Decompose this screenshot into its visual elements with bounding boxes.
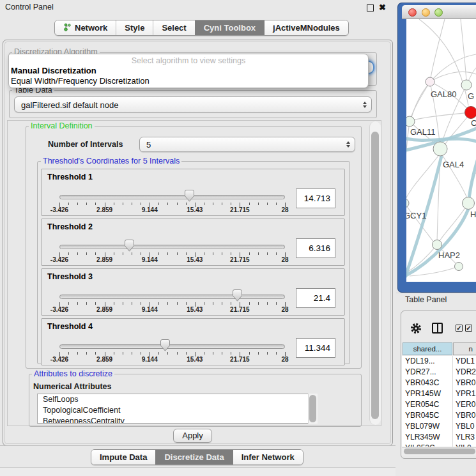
slider-track[interactable] [59, 295, 285, 299]
cell-shared-name[interactable]: YBL079W [405, 421, 440, 432]
float-window-icon[interactable] [367, 4, 374, 12]
threshold-value-field[interactable]: 14.713 [296, 188, 335, 208]
table-row[interactable]: YER054CYER0 [402, 399, 476, 410]
minor-tick [204, 352, 204, 355]
minor-tick [86, 352, 87, 355]
network-node[interactable] [463, 197, 475, 210]
slider-handle[interactable] [125, 240, 134, 252]
select-checkbox-icon[interactable]: ✓ [465, 325, 472, 332]
slider-track[interactable] [59, 245, 285, 249]
minimize-traffic-light-icon[interactable] [422, 8, 430, 17]
table-row[interactable]: YDL19...YDL1 [402, 356, 476, 367]
network-edge [406, 121, 410, 203]
num-intervals-combobox[interactable]: 5 [139, 137, 355, 152]
minor-tick [222, 252, 222, 255]
close-icon[interactable]: ✖ [379, 3, 386, 12]
apply-button[interactable]: Apply [173, 429, 212, 443]
tab-infer-network[interactable]: Infer Network [233, 450, 303, 464]
threshold-value-field[interactable]: 6.316 [296, 238, 335, 258]
cell-name[interactable]: YDR2 [456, 367, 476, 378]
tab-jactivemnodules[interactable]: jActiveMNodules [264, 20, 348, 35]
table-row[interactable]: YBR043CYBR0 [402, 378, 476, 388]
tab-network[interactable]: Network [55, 20, 116, 35]
split-columns-icon[interactable] [432, 323, 443, 334]
slider-handle[interactable] [185, 190, 194, 202]
main-scrollbar-thumb[interactable] [371, 132, 379, 419]
cell-shared-name[interactable]: YBR045C [405, 410, 439, 421]
network-node[interactable] [465, 107, 476, 119]
minor-tick [267, 203, 268, 205]
numerical-attributes-list[interactable]: SelfLoopsTopologicalCoefficientBetweenne… [37, 394, 318, 424]
threshold-value-field[interactable]: 21.4 [296, 288, 335, 308]
tab-cyni-toolbox[interactable]: Cyni Toolbox [195, 20, 264, 35]
table-row[interactable]: YLR345WYLR3 [402, 432, 476, 443]
slider-track[interactable] [59, 344, 285, 349]
network-node[interactable] [426, 77, 434, 86]
network-edge [431, 19, 445, 78]
network-canvas[interactable]: GAL80GGAL11CGAL4GCY1HHAP2 [406, 19, 476, 282]
minor-tick [77, 203, 78, 205]
threshold-value-field[interactable]: 11.344 [296, 338, 335, 358]
select-checkbox-icon[interactable]: ✓ [456, 325, 463, 332]
cell-shared-name[interactable]: YLR345W [405, 432, 440, 443]
table-row[interactable]: YPR145WYPR1 [402, 388, 476, 399]
algorithm-option-manual-discretization[interactable]: Manual Discretization [11, 66, 96, 75]
slider-track[interactable] [59, 195, 285, 199]
cell-name[interactable]: YDL1 [456, 356, 475, 367]
table-row[interactable]: YBL079WYBL0 [402, 421, 476, 432]
table-row[interactable]: YBR045CYBR0 [402, 410, 476, 421]
network-edge [413, 112, 471, 120]
cell-name[interactable]: YIL0 [456, 443, 472, 447]
combo-stepper-icon[interactable] [346, 141, 350, 148]
tick-label: -3.426 [43, 206, 75, 213]
table-row[interactable]: YDR27...YDR2 [402, 367, 476, 378]
network-node[interactable] [455, 263, 463, 271]
cell-shared-name[interactable]: YBR043C [405, 378, 439, 388]
settings-gear-icon[interactable] [410, 322, 422, 337]
column-header-shared-name[interactable]: shared... [403, 342, 452, 355]
tab-select[interactable]: Select [153, 20, 194, 35]
tab-discretize-data[interactable]: Discretize Data [155, 450, 232, 464]
slider-handle[interactable] [160, 339, 170, 351]
column-header-name[interactable]: n [453, 342, 476, 355]
minor-tick [68, 352, 69, 355]
attributes-scrollbar-thumb[interactable] [309, 395, 316, 422]
zoom-traffic-light-icon[interactable] [434, 8, 443, 17]
network-node[interactable] [433, 142, 447, 156]
close-traffic-light-icon[interactable] [408, 8, 417, 17]
minor-tick [267, 252, 268, 255]
cell-name[interactable]: YLR3 [456, 432, 475, 443]
minor-tick [167, 302, 168, 305]
network-node[interactable] [433, 240, 442, 250]
cell-name[interactable]: YBR0 [456, 378, 475, 388]
cell-name[interactable]: YBR0 [456, 410, 475, 421]
algorithm-option-equal-width-frequency-discretization[interactable]: Equal Width/Frequency Discretization [11, 76, 150, 86]
tab-style[interactable]: Style [116, 20, 153, 35]
minor-tick [95, 302, 96, 305]
network-node[interactable] [406, 199, 409, 208]
cell-shared-name[interactable]: YDL19... [405, 356, 435, 367]
cell-shared-name[interactable]: YDR27... [405, 367, 436, 378]
combo-stepper-icon[interactable] [363, 102, 367, 108]
table-row[interactable]: YIL052CYIL0 [402, 443, 476, 447]
threshold-panel-1: Threshold 1-3.4262.8599.14415.4321.71528… [41, 169, 345, 216]
minor-tick [114, 203, 114, 205]
cell-name[interactable]: YER0 [456, 399, 475, 410]
attribute-item-selfloops[interactable]: SelfLoops [38, 394, 317, 405]
minor-tick [186, 252, 187, 255]
tab-impute-data[interactable]: Impute Data [91, 450, 155, 464]
attribute-item-betweennesscentrality[interactable]: BetweennessCentrality [38, 416, 317, 424]
cell-shared-name[interactable]: YIL052C [405, 443, 435, 447]
attribute-item-topologicalcoefficient[interactable]: TopologicalCoefficient [38, 405, 317, 416]
cell-shared-name[interactable]: YER054C [405, 399, 439, 410]
cell-name[interactable]: YPR1 [456, 388, 475, 399]
network-node[interactable] [461, 80, 472, 90]
minor-tick [222, 203, 222, 205]
slider-handle[interactable] [233, 289, 242, 302]
table-hscrollbar-thumb[interactable] [404, 449, 475, 454]
network-window-titlebar [402, 5, 476, 19]
table-data-combobox[interactable]: galFiltered.sif default node [14, 96, 372, 112]
network-node[interactable] [406, 116, 415, 127]
cell-name[interactable]: YBL0 [456, 421, 474, 432]
cell-shared-name[interactable]: YPR145W [405, 388, 441, 399]
